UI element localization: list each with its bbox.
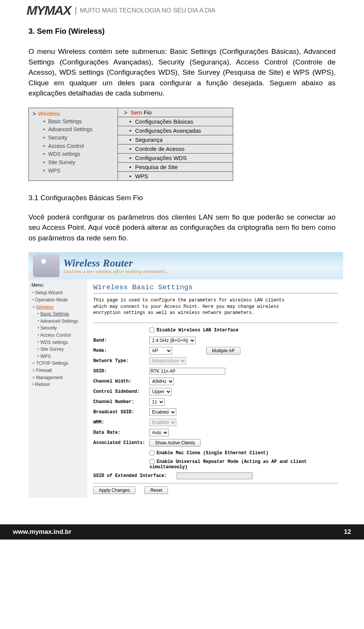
menu-right-item: WPS [118,172,233,180]
menu-item-advanced-settings[interactable]: Advanced Settings [37,318,85,325]
menu-right-header-sem: Sem [130,109,142,116]
universal-repeater-label: Enable Universal Repeater Mode (Acting a… [149,459,307,470]
banner-title: Wireless Router [63,257,133,269]
menu-item-security[interactable]: Security [37,325,85,332]
section-title: 3. Sem Fio (Wireless) [28,27,336,36]
ssid-extended-input [177,472,253,479]
gt-symbol: > [124,109,129,116]
row-universal-repeater: Enable Universal Repeater Mode (Acting a… [93,459,338,470]
tagline: MUITO MAIS TECNOLOGIA NO SEU DIA A DIA [75,7,215,14]
footer-url: www.mymax.ind.br [13,528,71,536]
menu-item-firewall[interactable]: Firewall [31,367,85,374]
ui-body: Menu: Setup Wizard Operation Mode Wirele… [28,279,343,498]
disable-wlan-label: Disable Wireless LAN Interface [157,328,238,333]
page-footer: www.mymax.ind.br 12 [0,524,364,540]
ssid-input[interactable] [149,368,225,375]
menu-left-item: Advanced Settings [43,125,114,134]
wmm-label: WMM: [93,420,149,425]
menu-left-item: Site Survey [43,158,114,167]
menu-link-basic-settings[interactable]: Basic Settings [41,311,69,317]
menu-item-wps[interactable]: WPS [37,353,85,360]
menu-item-basic-settings[interactable]: Basic Settings [37,311,85,318]
row-control-sideband: Control Sideband: Upper [93,387,338,396]
menu-left-top-label: Wireless [38,110,60,117]
channel-width-select[interactable]: 40MHz [149,378,174,385]
row-wmm: WMM: Enabled [93,418,338,427]
apply-changes-button[interactable]: Apply Changes [93,486,135,494]
row-channel-number: Channel Number: 11 [93,398,338,406]
menu-compare-left: >Wireless Basic Settings Advanced Settin… [29,108,118,180]
menu-right-header: > Sem Fio [118,108,233,117]
settings-intro: This page is used to configure the param… [93,297,290,316]
data-rate-select[interactable]: Auto [149,429,169,436]
menu-left-item: Access Control [43,142,114,151]
banner: Wireless Router Lead you a new wireless … [28,252,343,279]
divider [93,323,338,323]
menu-left-list: Basic Settings Advanced Settings Securit… [33,118,114,175]
subsection-title: 3.1 Configurações Básicas Sem Fio [28,194,336,202]
subsection-intro: Você poderá configurar os parâmetros dos… [28,212,336,243]
reset-button[interactable]: Reset [144,486,168,494]
row-ssid: SSID: [93,367,338,375]
channel-width-label: Channel Width: [93,379,149,384]
menu-left-item: Security [43,134,114,142]
menu-item-operation-mode[interactable]: Operation Mode [31,296,85,304]
logo-text: MYMAX [27,3,71,18]
network-type-select: Infrastructure [149,357,186,365]
left-menu: Menu: Setup Wizard Operation Mode Wirele… [28,279,87,498]
settings-pane: Wireless Basic Settings This page is use… [87,279,343,498]
menu-right-item: Segurança [118,135,233,144]
settings-page-title: Wireless Basic Settings [93,283,338,293]
menu-compare-right: > Sem Fio Configurações Básicas Configur… [118,108,233,180]
show-active-clients-button[interactable]: Show Active Clients [149,439,201,447]
page-header: MYMAX MUITO MAIS TECNOLOGIA NO SEU DIA A… [0,0,364,19]
network-type-label: Network Type: [93,358,149,364]
router-ui: Wireless Router Lead you a new wireless … [28,252,343,498]
mode-select[interactable]: AP [149,347,172,354]
broadcast-ssid-select[interactable]: Enabled [149,408,176,416]
logo: MYMAX [27,3,71,18]
menu-right-item: Configurações Básicas [118,117,233,126]
menu-item-wds-settings[interactable]: WDS settings [37,339,85,346]
banner-title-wrap: Wireless Router Lead you a new wireless … [63,257,168,275]
band-label: Band: [93,338,149,343]
ssid-extended-label: SSID of Extended Interface: [93,473,177,478]
button-row: Apply Changes Reset [93,486,338,494]
mac-clone-checkbox[interactable] [149,450,154,455]
ssid-label: SSID: [93,369,149,374]
associated-clients-label: Associated Clients: [93,440,149,445]
content: 3. Sem Fio (Wireless) O menu Wireless co… [0,19,364,509]
multiple-ap-button[interactable]: Multiple AP [206,347,240,354]
wmm-select: Enabled [149,419,176,426]
menu-left-item: WDS settings [43,150,114,158]
menu-item-site-survey[interactable]: Site Survey [37,346,85,353]
menu-item-access-control[interactable]: Access Control [37,332,85,339]
menu-item-management[interactable]: Management [31,374,85,381]
row-network-type: Network Type: Infrastructure [93,357,338,365]
row-broadcast-ssid: Broadcast SSID: Enabled [93,408,338,416]
menu-left-item: WPS [43,167,114,175]
menu-item-reboot[interactable]: Reboot [31,381,85,388]
disable-wlan-checkbox[interactable] [149,328,154,333]
row-channel-width: Channel Width: 40MHz [93,377,338,386]
channel-number-label: Channel Number: [93,399,149,405]
menu-item-wireless[interactable]: Wireless [31,304,85,311]
menu-link-wireless[interactable]: Wireless [36,304,53,310]
row-data-rate: Data Rate: Auto [93,428,338,437]
row-ssid-extended: SSID of Extended Interface: [93,472,338,480]
sideband-select[interactable]: Upper [149,388,172,395]
channel-number-select[interactable]: 11 [149,398,165,406]
menu-item-setup-wizard[interactable]: Setup Wizard [31,289,85,296]
menu-item-tcpip[interactable]: TCP/IP Settings [31,360,85,367]
section-intro: O menu Wireless contém sete submenus: Ba… [28,46,336,99]
row-mac-clone: Enable Mac Clone (Single Ethernet Client… [93,449,338,457]
band-select[interactable]: 2.4 GHz (B+G+N) [149,337,196,344]
banner-subtitle: Lead you a new wireless office working e… [63,268,168,275]
row-band: Band: 2.4 GHz (B+G+N) [93,336,338,345]
universal-repeater-checkbox[interactable] [149,459,154,464]
row-associated-clients: Associated Clients: Show Active Clients [93,439,338,447]
row-disable-wlan: Disable Wireless LAN Interface [93,326,338,334]
menu-left-item: Basic Settings [43,118,114,126]
left-menu-title: Menu: [31,282,85,288]
menu-right-item: Pesquisa de Site [118,163,233,172]
